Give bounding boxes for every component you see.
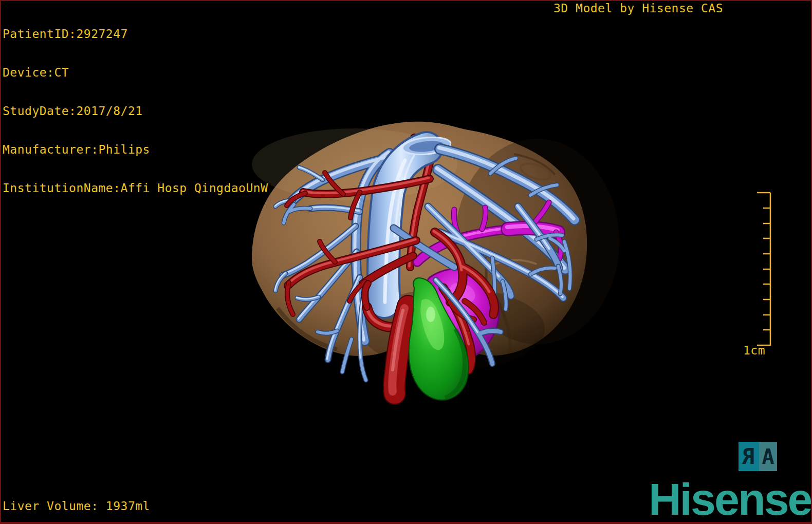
anterior-a-glyph: A bbox=[762, 445, 774, 469]
scale-bar-label: 1cm bbox=[743, 344, 765, 357]
hisense-logo: Hisense bbox=[649, 477, 811, 522]
scale-bar-ruler bbox=[757, 193, 770, 346]
mirrored-r-glyph: R bbox=[742, 444, 755, 469]
scale-bar bbox=[750, 189, 781, 348]
orientation-marker-right: R bbox=[739, 442, 759, 471]
app-title: 3D Model by Hisense CAS bbox=[553, 2, 723, 15]
liver-volume-label: Liver Volume: bbox=[3, 499, 99, 513]
device-line: Device:CT bbox=[3, 66, 268, 79]
liver-volume-readout: Liver Volume: 1937ml bbox=[3, 500, 150, 513]
institution-line: InstitutionName:Affi Hosp QingdaoUnW bbox=[3, 182, 268, 195]
viewer-window: PatientID:2927247 Device:CT StudyDate:20… bbox=[0, 0, 812, 524]
manufacturer-line: Manufacturer:Philips bbox=[3, 143, 268, 156]
patient-info-block: PatientID:2927247 Device:CT StudyDate:20… bbox=[3, 2, 268, 220]
liver-volume-value: 1937ml bbox=[99, 499, 150, 513]
study-date-line: StudyDate:2017/8/21 bbox=[3, 105, 268, 118]
patient-id-line: PatientID:2927247 bbox=[3, 28, 268, 41]
orientation-marker-anterior: A bbox=[759, 442, 777, 471]
